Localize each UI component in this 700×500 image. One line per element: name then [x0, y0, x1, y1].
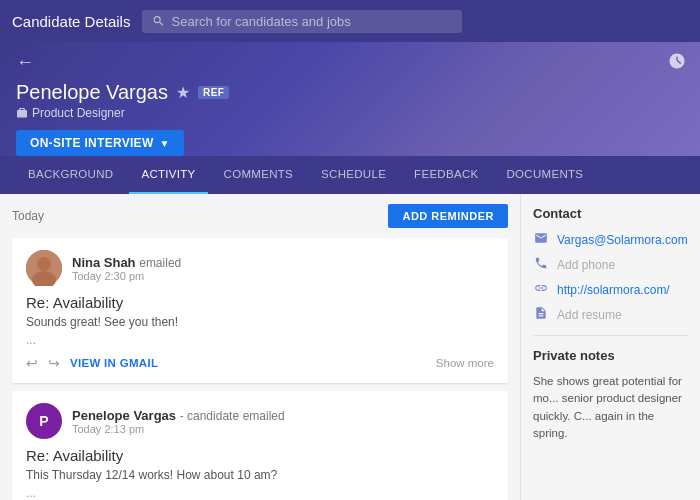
card-ellipsis: ...	[26, 333, 494, 347]
today-label: Today	[12, 209, 44, 223]
card-subject: Re: Availability	[26, 294, 494, 311]
avatar	[26, 250, 62, 286]
phone-placeholder[interactable]: Add phone	[557, 258, 615, 272]
card-sender: Nina Shah	[72, 255, 136, 270]
avatar: P	[26, 403, 62, 439]
clock-icon[interactable]	[668, 52, 686, 73]
resume-icon	[533, 306, 549, 323]
private-notes-title: Private notes	[533, 348, 688, 363]
forward-icon[interactable]: ↪	[48, 355, 60, 371]
tab-documents[interactable]: DOCUMENTS	[495, 156, 596, 194]
today-header: Today ADD REMINDER	[12, 204, 508, 228]
avatar-image	[26, 250, 62, 286]
private-notes-text: She shows great potential for mo... seni…	[533, 373, 688, 442]
right-panel: Contact Vargas@Solarmora.com Add phone h…	[520, 194, 700, 500]
show-more-link[interactable]: Show more	[436, 357, 494, 369]
view-in-gmail-link[interactable]: VIEW IN GMAIL	[70, 357, 158, 369]
contact-resume-item: Add resume	[533, 306, 688, 323]
star-icon[interactable]: ★	[176, 83, 190, 102]
contact-phone-item: Add phone	[533, 256, 688, 273]
link-icon	[533, 281, 549, 298]
card-meta: Nina Shah emailed Today 2:30 pm	[72, 255, 494, 282]
tab-activity[interactable]: ACTIVITY	[129, 156, 207, 194]
email-icon	[533, 231, 549, 248]
add-reminder-button[interactable]: ADD REMINDER	[388, 204, 508, 228]
card-actions-left: ↩ ↪ VIEW IN GMAIL	[26, 355, 158, 371]
tab-comments[interactable]: COMMENTS	[212, 156, 305, 194]
candidate-role-text: Product Designer	[32, 106, 125, 120]
activity-card: Nina Shah emailed Today 2:30 pm Re: Avai…	[12, 238, 508, 383]
tabs-bar: BACKGROUND ACTIVITY COMMENTS SCHEDULE FE…	[0, 156, 700, 194]
card-meta: Penelope Vargas - candidate emailed Toda…	[72, 408, 494, 435]
contact-website-link[interactable]: http://solarmora.com/	[557, 283, 670, 297]
contact-email-item: Vargas@Solarmora.com	[533, 231, 688, 248]
card-action: emailed	[243, 409, 285, 423]
candidate-name-row: Penelope Vargas ★ REF	[16, 81, 684, 104]
reply-icon[interactable]: ↩	[26, 355, 38, 371]
main-content: Today ADD REMINDER Nina Shah emailed To	[0, 194, 700, 500]
activity-feed: Today ADD REMINDER Nina Shah emailed To	[0, 194, 520, 500]
contact-email-link[interactable]: Vargas@Solarmora.com	[557, 233, 688, 247]
card-sender-role: - candidate	[180, 409, 239, 423]
app-title: Candidate Details	[12, 13, 130, 30]
card-sender: Penelope Vargas	[72, 408, 176, 423]
card-header: P Penelope Vargas - candidate emailed To…	[26, 403, 494, 439]
tab-background[interactable]: BACKGROUND	[16, 156, 125, 194]
card-action: emailed	[139, 256, 181, 270]
interview-button[interactable]: ON-SITE INTERVIEW ▼	[16, 130, 184, 156]
chevron-down-icon: ▼	[160, 138, 170, 149]
phone-icon	[533, 256, 549, 273]
divider	[533, 335, 688, 336]
card-ellipsis: ...	[26, 486, 494, 500]
contact-section-title: Contact	[533, 206, 688, 221]
contact-website-item: http://solarmora.com/	[533, 281, 688, 298]
resume-placeholder[interactable]: Add resume	[557, 308, 622, 322]
search-input[interactable]	[172, 14, 453, 29]
card-header: Nina Shah emailed Today 2:30 pm	[26, 250, 494, 286]
tab-schedule[interactable]: SCHEDULE	[309, 156, 398, 194]
back-button[interactable]: ←	[16, 52, 34, 73]
activity-card: P Penelope Vargas - candidate emailed To…	[12, 391, 508, 500]
ref-badge: REF	[198, 86, 230, 99]
card-subject: Re: Availability	[26, 447, 494, 464]
card-time: Today 2:13 pm	[72, 423, 494, 435]
briefcase-icon	[16, 107, 28, 119]
top-bar: Candidate Details	[0, 0, 700, 42]
card-footer: ↩ ↪ VIEW IN GMAIL Show more	[26, 355, 494, 371]
tab-feedback[interactable]: FEEDBACK	[402, 156, 490, 194]
candidate-name: Penelope Vargas	[16, 81, 168, 104]
search-bar[interactable]	[142, 10, 462, 33]
svg-point-1	[37, 257, 51, 271]
card-body: Sounds great! See you then!	[26, 315, 494, 329]
candidate-role: Product Designer	[16, 106, 684, 120]
card-body: This Thursday 12/14 works! How about 10 …	[26, 468, 494, 482]
card-time: Today 2:30 pm	[72, 270, 494, 282]
header-band: ← Penelope Vargas ★ REF Product Designer…	[0, 42, 700, 156]
search-icon	[152, 14, 165, 28]
